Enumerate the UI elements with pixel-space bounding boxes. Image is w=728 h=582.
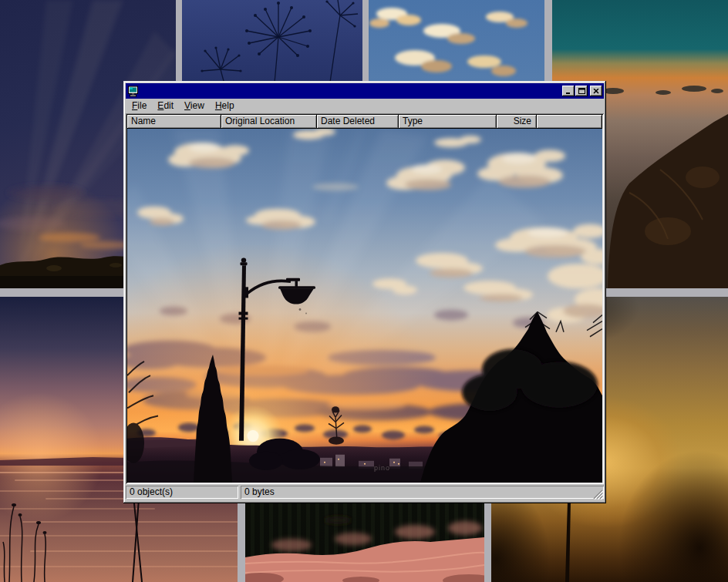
list-view-area[interactable]: Name Original Location Date Deleted Type… (126, 113, 604, 484)
status-bar: 0 object(s) 0 bytes (126, 486, 604, 501)
menu-item-file[interactable]: File (126, 99, 152, 113)
menu-bar: File Edit View Help (126, 99, 604, 113)
resize-grip-icon[interactable] (593, 489, 603, 500)
minimize-button[interactable] (562, 86, 575, 96)
column-header-original-location[interactable]: Original Location (221, 115, 317, 129)
column-header-name[interactable]: Name (127, 115, 221, 129)
recycle-bin-window: File Edit View Help Name Original Locati… (123, 81, 606, 503)
status-object-count: 0 object(s) (126, 486, 238, 499)
menu-item-edit[interactable]: Edit (152, 99, 179, 113)
close-button[interactable] (590, 86, 602, 96)
menu-item-help[interactable]: Help (210, 99, 240, 113)
column-header-date-deleted[interactable]: Date Deleted (317, 115, 399, 129)
minimize-icon (565, 89, 571, 94)
column-headers: Name Original Location Date Deleted Type… (127, 115, 602, 129)
desktop-wallpaper: File Edit View Help Name Original Locati… (0, 0, 728, 582)
window-titlebar[interactable] (126, 83, 604, 99)
maximize-button[interactable] (575, 86, 588, 96)
menu-item-view[interactable]: View (179, 99, 210, 113)
column-header-size[interactable]: Size (497, 115, 537, 129)
window-content-photo: pino (127, 129, 602, 483)
application-window-icon (127, 86, 140, 97)
window-controls (561, 86, 602, 96)
sunset-photo: pino (127, 129, 602, 483)
photo-watermark: pino (374, 464, 390, 472)
column-header-filler (537, 115, 602, 129)
pole-silhouette (565, 501, 571, 582)
status-byte-count: 0 bytes (241, 486, 604, 499)
column-header-type[interactable]: Type (399, 115, 497, 129)
maximize-icon (578, 88, 585, 94)
close-icon (593, 89, 599, 94)
